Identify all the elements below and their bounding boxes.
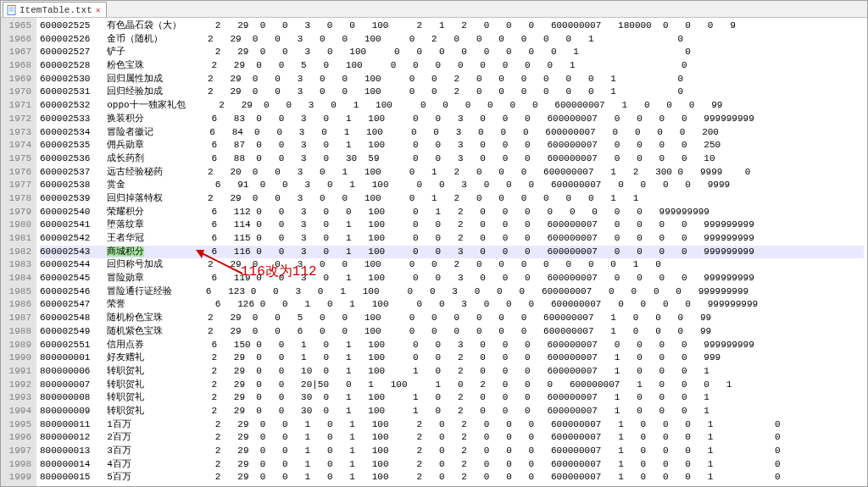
file-icon (7, 5, 17, 15)
item-columns: 6 83 0 0 3 0 1 100 0 0 3 0 0 0 600000007… (200, 113, 754, 124)
item-id: 600002551 (40, 340, 90, 350)
text-line[interactable]: 800000008 转职贺礼 2 29 0 0 30 0 1 100 1 0 2… (40, 391, 864, 405)
item-id: 600002539 (40, 193, 90, 203)
text-line[interactable]: 600002546 冒险通行证经验 6 123 0 0 3 0 1 100 0 … (40, 285, 864, 299)
text-line[interactable]: 600002537 远古经验秘药 2 20 0 0 3 0 1 100 0 1 … (40, 166, 864, 180)
item-name: 商城积分 (107, 246, 144, 257)
line-number: 1970 (4, 86, 31, 99)
item-columns: 2 29 0 0 10 0 1 100 1 0 2 0 0 0 60000000… (200, 366, 709, 376)
text-line[interactable]: 800000001 好友赠礼 2 29 0 0 1 0 1 100 0 0 2 … (40, 351, 864, 365)
line-number: 1994 (4, 405, 31, 418)
item-columns: 2 29 0 0 30 0 1 100 1 0 2 0 0 0 60000000… (200, 406, 709, 416)
item-columns: 6 150 0 0 1 0 1 100 0 0 3 0 0 0 60000000… (200, 340, 754, 350)
text-line[interactable]: 600002535 佣兵勋章 6 87 0 0 3 0 1 100 0 0 3 … (40, 139, 864, 152)
line-number: 1969 (4, 73, 31, 86)
text-line[interactable]: 800000011 1百万 2 29 0 0 1 0 1 100 2 0 2 0… (40, 418, 864, 432)
item-columns: 2 29 0 0 5 0 0 100 0 0 0 0 0 0 600000007… (197, 313, 711, 323)
text-line[interactable]: 600002540 荣耀积分 6 112 0 0 3 0 0 100 0 1 2… (40, 206, 864, 219)
line-number: 1976 (4, 166, 31, 180)
line-number: 1993 (4, 391, 31, 405)
text-line[interactable]: 600002538 赏金 6 91 0 0 3 0 1 100 0 0 3 0 … (40, 179, 864, 192)
text-line[interactable]: 600002526 金币（随机） 2 29 0 0 3 0 0 100 0 2 … (40, 33, 864, 47)
text-line[interactable]: 800000009 转职贺礼 2 29 0 0 30 0 1 100 1 0 2… (40, 405, 864, 418)
item-name: 2百万 (107, 432, 131, 442)
item-name: 荣誉 (107, 299, 125, 309)
text-line[interactable]: 600002542 王者华冠 6 115 0 0 3 0 1 100 0 0 2… (40, 232, 864, 246)
item-name: 粉色宝珠 (107, 60, 144, 70)
item-id: 600002544 (40, 259, 90, 269)
item-columns: 2 29 0 0 1 0 1 100 2 0 2 0 0 0 600000007… (204, 432, 781, 442)
line-number: 1974 (4, 139, 31, 152)
close-icon[interactable]: ✕ (96, 5, 101, 15)
item-name: 回归称号加成 (107, 259, 163, 269)
line-number: 1989 (4, 339, 31, 352)
text-line[interactable]: 600002534 冒险者徽记 6 84 0 0 3 0 1 100 0 0 3… (40, 126, 864, 140)
text-line[interactable]: 800000014 4百万 2 29 0 0 1 0 1 100 2 0 2 0… (40, 458, 864, 472)
line-number: 1991 (4, 365, 31, 379)
item-name: 铲子 (107, 47, 125, 57)
line-number: 1987 (4, 312, 31, 325)
text-line[interactable]: 800000006 转职贺礼 2 29 0 0 10 0 1 100 1 0 2… (40, 365, 864, 379)
text-line[interactable]: 600002541 堕落纹章 6 114 0 0 3 0 1 100 0 0 2… (40, 219, 864, 232)
text-line[interactable]: 600002536 成长药剂 6 88 0 0 3 0 30 59 0 0 3 … (40, 152, 864, 166)
line-number: 1981 (4, 232, 31, 246)
text-line[interactable]: 800000013 3百万 2 29 0 0 1 0 1 100 2 0 2 0… (40, 445, 864, 458)
tab-bar: ItemTable.txt ✕ (1, 1, 867, 18)
item-id: 600002528 (40, 60, 90, 70)
item-name: 换装积分 (107, 113, 144, 124)
text-line[interactable]: 800000012 2百万 2 29 0 0 1 0 1 100 2 0 2 0… (40, 431, 864, 445)
text-line[interactable]: 600002544 回归称号加成 2 29 0 0 3 0 0 100 0 0 … (40, 258, 864, 272)
item-name: 荣耀积分 (107, 207, 144, 217)
item-id: 600002536 (40, 153, 90, 163)
text-line[interactable]: 600002543 商城积分 6 116 0 0 3 0 1 100 0 0 3… (40, 246, 864, 259)
item-columns: 2 29 0 0 3 0 1 100 0 0 0 0 0 0 600000007… (197, 100, 723, 110)
item-columns: 6 123 0 0 3 0 1 100 0 0 3 0 0 0 60000000… (195, 286, 749, 296)
text-line[interactable]: 800000015 5百万 2 29 0 0 1 0 1 100 2 0 2 0… (40, 471, 864, 484)
text-line[interactable]: 600002545 冒险勋章 6 119 0 0 3 0 1 100 0 0 3… (40, 272, 864, 285)
item-name: 转职贺礼 (107, 379, 144, 390)
text-line[interactable]: 600002527 铲子 2 29 0 0 3 0 100 0 0 0 0 0 … (40, 46, 864, 59)
text-line[interactable]: 600002551 信用点券 6 150 0 0 1 0 1 100 0 0 3… (40, 339, 864, 352)
text-line[interactable]: 600002530 回归属性加成 2 29 0 0 3 0 0 100 0 0 … (40, 73, 864, 86)
item-id: 800000006 (40, 366, 90, 376)
item-columns: 6 91 0 0 3 0 1 100 0 0 3 0 0 0 600000007… (204, 180, 731, 190)
item-id: 600002533 (40, 113, 90, 124)
item-id: 800000011 (40, 419, 90, 429)
item-name: 信用点券 (107, 340, 144, 350)
item-name: 金币（随机） (107, 34, 163, 44)
item-columns: 2 29 0 0 3 0 0 100 0 0 2 0 0 0 0 0 0 1 0 (197, 86, 683, 97)
item-columns: 2 29 0 0 1 0 1 100 2 0 2 0 0 0 600000007… (204, 445, 781, 456)
item-id: 800000009 (40, 406, 90, 416)
text-line[interactable]: 600002533 换装积分 6 83 0 0 3 0 1 100 0 0 3 … (40, 113, 864, 126)
item-id: 600002548 (40, 313, 90, 323)
text-content[interactable]: 600002525 有色晶石袋（大） 2 29 0 0 3 0 0 100 2 … (36, 18, 867, 486)
text-line[interactable]: 600002525 有色晶石袋（大） 2 29 0 0 3 0 0 100 2 … (40, 19, 864, 33)
text-line[interactable]: 600002547 荣誉 6 126 0 0 1 0 1 100 0 0 3 0… (40, 298, 864, 312)
text-line[interactable]: 600002528 粉色宝珠 2 29 0 0 5 0 100 0 0 0 0 … (40, 59, 864, 73)
line-number: 1965 (4, 19, 31, 33)
item-columns: 6 112 0 0 3 0 0 100 0 1 2 0 0 0 0 0 0 0 … (200, 207, 709, 217)
text-line[interactable]: 600002532 oppo十一独家礼包 2 29 0 0 3 0 1 100 … (40, 99, 864, 113)
text-line[interactable]: 600002548 随机粉色宝珠 2 29 0 0 5 0 0 100 0 0 … (40, 312, 864, 325)
item-id: 600002547 (40, 299, 90, 309)
text-line[interactable]: 800000007 转职贺礼 2 29 0 0 20|50 0 1 100 1 … (40, 379, 864, 392)
text-line[interactable]: 600002539 回归掉落特权 2 29 0 0 3 0 0 100 0 1 … (40, 192, 864, 206)
line-number: 1983 (4, 258, 31, 272)
editor-area[interactable]: 1965196619671968196919701971197219731974… (1, 18, 867, 486)
tab-filename: ItemTable.txt (19, 5, 92, 15)
text-line[interactable]: 600002549 随机紫色宝珠 2 29 0 0 6 0 0 100 0 0 … (40, 325, 864, 339)
item-name: 佣兵勋章 (107, 140, 144, 150)
item-name: 3百万 (107, 445, 131, 456)
file-tab[interactable]: ItemTable.txt ✕ (3, 2, 107, 17)
item-id: 600002535 (40, 140, 90, 150)
item-id: 600002534 (40, 127, 90, 137)
line-number: 1972 (4, 113, 31, 126)
item-id: 800000012 (40, 432, 90, 442)
item-name: 回归属性加成 (107, 74, 163, 84)
line-number: 1971 (4, 99, 31, 113)
svg-rect-0 (8, 5, 15, 14)
item-id: 800000014 (40, 459, 90, 469)
item-name: 转职贺礼 (107, 392, 144, 402)
text-line[interactable]: 600002531 回归经验加成 2 29 0 0 3 0 0 100 0 0 … (40, 86, 864, 99)
item-columns: 6 115 0 0 3 0 1 100 0 0 2 0 0 0 60000000… (200, 233, 754, 243)
